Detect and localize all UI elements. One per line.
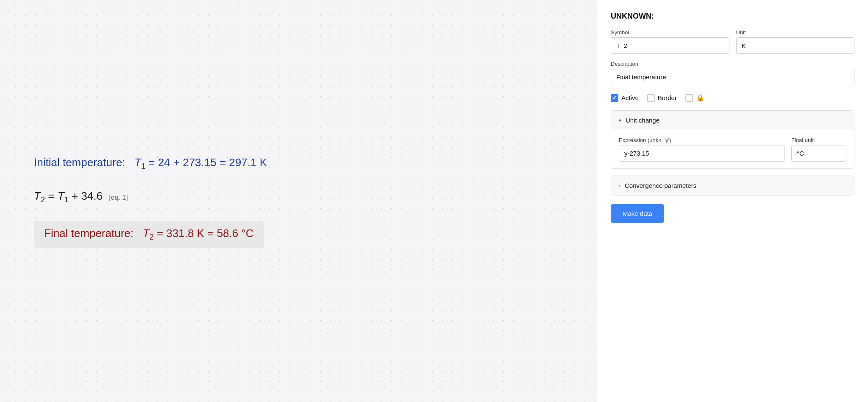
t2-equation: T2 = T1 + 34.6 xyxy=(34,190,106,202)
active-checkbox[interactable] xyxy=(611,94,618,102)
description-input[interactable] xyxy=(611,69,854,85)
expression-group: Expression (unkn. 'y') xyxy=(619,137,785,162)
symbol-input[interactable] xyxy=(611,37,729,54)
unit-change-chevron: ▾ xyxy=(619,117,621,123)
active-label: Active xyxy=(621,94,639,101)
unknown-title: UNKNOWN: xyxy=(611,12,854,21)
unit-input[interactable] xyxy=(736,37,855,54)
convergence-chevron: › xyxy=(619,183,620,189)
final-temp-math: T2 = 331.8 K = 58.6 °C xyxy=(143,227,254,240)
final-unit-label: Final unit xyxy=(791,137,846,143)
math-line-2: T2 = T1 + 34.6 [eq. 1] xyxy=(34,188,128,206)
symbol-label: Symbol xyxy=(611,29,729,36)
math-line-1: Initial temperature: T1 = 24 + 273.15 = … xyxy=(34,154,267,172)
border-checkbox[interactable] xyxy=(647,94,655,102)
lock-checkbox-item[interactable]: 🔒 xyxy=(685,94,704,102)
equation-reference: [eq. 1] xyxy=(109,194,128,201)
expression-input[interactable] xyxy=(619,145,785,162)
symbol-group: Symbol xyxy=(611,29,729,54)
unit-change-header[interactable]: ▾ Unit change xyxy=(611,111,854,130)
checkbox-row: Active Border 🔒 xyxy=(611,94,854,102)
expression-final-unit-row: Expression (unkn. 'y') Final unit xyxy=(619,137,846,162)
unit-change-title: Unit change xyxy=(626,117,659,124)
expression-label: Expression (unkn. 'y') xyxy=(619,137,785,143)
lock-icon: 🔒 xyxy=(696,94,704,102)
unit-change-section: ▾ Unit change Expression (unkn. 'y') Fin… xyxy=(611,110,854,169)
convergence-header[interactable]: › Convergence parameters xyxy=(611,176,854,195)
convergence-title: Convergence parameters xyxy=(625,182,696,189)
border-checkbox-item[interactable]: Border xyxy=(647,94,677,102)
math-line-3: Final temperature: T2 = 331.8 K = 58.6 °… xyxy=(44,225,254,243)
symbol-unit-row: Symbol Unit xyxy=(611,29,854,54)
final-temp-highlight: Final temperature: T2 = 331.8 K = 58.6 °… xyxy=(34,221,264,247)
border-label: Border xyxy=(658,94,677,101)
initial-temp-math: T1 = 24 + 273.15 = 297.1 K xyxy=(134,156,267,169)
active-checkbox-item[interactable]: Active xyxy=(611,94,639,102)
final-unit-input[interactable] xyxy=(791,145,846,162)
right-panel: UNKNOWN: Symbol Unit Description Active … xyxy=(597,0,868,402)
make-data-button[interactable]: Make data xyxy=(611,204,664,223)
unit-change-body: Expression (unkn. 'y') Final unit xyxy=(611,130,854,168)
lock-checkbox[interactable] xyxy=(685,94,693,102)
initial-temp-prefix: Initial temperature: xyxy=(34,156,125,169)
convergence-section: › Convergence parameters xyxy=(611,176,854,195)
unit-label: Unit xyxy=(736,29,855,36)
unit-group: Unit xyxy=(736,29,855,54)
final-temp-prefix: Final temperature: xyxy=(44,227,134,240)
left-panel: Initial temperature: T1 = 24 + 273.15 = … xyxy=(0,0,597,402)
description-label: Description xyxy=(611,61,854,67)
description-group: Description xyxy=(611,61,854,85)
final-unit-group: Final unit xyxy=(791,137,846,162)
